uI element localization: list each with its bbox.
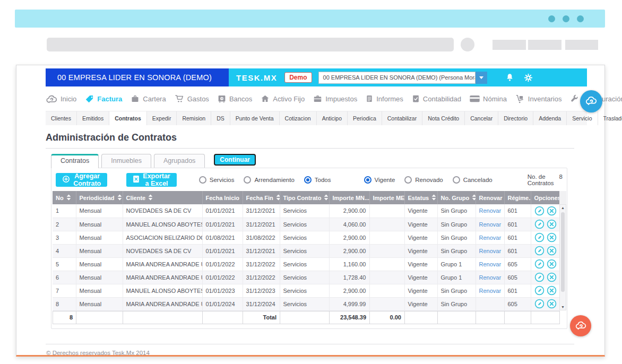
scroll-up-icon[interactable]: ▲	[561, 206, 565, 210]
tab-contratos[interactable]: Contratos	[51, 154, 99, 168]
delete-icon[interactable]	[547, 285, 557, 296]
gear-icon[interactable]	[524, 73, 533, 82]
renovar-link[interactable]: Renovar	[479, 235, 502, 241]
edit-icon[interactable]	[534, 272, 545, 282]
nav-item-impuestos[interactable]: Impuestos	[313, 94, 357, 103]
delete-icon[interactable]	[547, 232, 557, 242]
delete-icon[interactable]	[547, 272, 557, 282]
cell-periodicidad: Mensual	[76, 231, 123, 244]
subnav-item-expedir[interactable]: Expedir	[147, 111, 177, 125]
column-header-no[interactable]: No	[53, 191, 76, 204]
cell-tipo-contrato: Servicios	[280, 284, 329, 297]
chat-float-button-bottom[interactable]	[570, 315, 591, 336]
entity-selector[interactable]: 00 EMPRESA LIDER EN SONORA (DEMO) (Perso…	[318, 72, 487, 84]
column-header-cliente[interactable]: Cliente	[123, 191, 202, 204]
subnav-item-traslado[interactable]: Traslado	[598, 111, 622, 125]
window-control-dot[interactable]	[577, 15, 584, 22]
column-header-periodicidad[interactable]: Periodicidad	[76, 191, 123, 204]
radio-todos[interactable]: Todos	[304, 176, 331, 184]
nav-item-informes[interactable]: Informes	[365, 94, 403, 103]
scroll-down-icon[interactable]: ▼	[561, 305, 565, 309]
subnav-item-anticipo[interactable]: Anticipo	[317, 111, 348, 125]
nav-item-n-mina[interactable]: Nómina	[469, 94, 507, 103]
home-icon	[260, 94, 270, 103]
edit-icon[interactable]	[534, 299, 545, 309]
sort-icon	[148, 194, 153, 202]
bell-icon[interactable]	[505, 73, 514, 82]
radio-arrendamiento[interactable]: Arrendamiento	[244, 176, 294, 184]
edit-icon[interactable]	[534, 206, 545, 216]
subnav-item-contratos[interactable]: Contratos	[109, 111, 147, 125]
subnav-item-punto-de-venta[interactable]: Punto de Venta	[230, 111, 280, 125]
edit-icon[interactable]	[534, 232, 545, 242]
subnav-item-contabilizar[interactable]: Contabilizar	[382, 111, 422, 125]
export-excel-button[interactable]: Exportar a Excel	[126, 173, 176, 187]
edit-icon[interactable]	[534, 219, 545, 229]
cell-renovar: Renovar	[476, 284, 504, 297]
subnav-item-cotizacion[interactable]: Cotizacion	[280, 111, 317, 125]
subnav-item-cancelar[interactable]: Cancelar	[465, 111, 498, 125]
renovar-link[interactable]: Renovar	[479, 221, 502, 228]
chat-float-button-top[interactable]	[580, 90, 602, 112]
entity-selector-arrow-button[interactable]	[476, 72, 487, 84]
empty-cell	[405, 311, 438, 324]
nav-item-inventarios[interactable]: Inventarios	[515, 94, 562, 104]
delete-icon[interactable]	[547, 259, 557, 269]
subnav-item-directorio[interactable]: Directorio	[498, 111, 533, 125]
radio-servicios[interactable]: Servicios	[199, 176, 235, 184]
edit-icon[interactable]	[534, 246, 545, 256]
add-contract-button[interactable]: Agregar Contrato	[56, 173, 107, 187]
radio-cancelado[interactable]: Cancelado	[453, 176, 493, 184]
column-header-importe-me[interactable]: Importe ME	[369, 191, 404, 204]
radio-renovado[interactable]: Renovado	[404, 176, 443, 184]
cell-opciones	[531, 231, 559, 244]
delete-icon[interactable]	[547, 246, 557, 256]
subnav-item-periodica[interactable]: Periodica	[348, 111, 382, 125]
tab-agrupados[interactable]: Agrupados	[154, 154, 205, 168]
renovar-link[interactable]: Renovar	[479, 288, 502, 294]
nav-item-cartera[interactable]: Cartera	[130, 94, 166, 103]
subnav-item-clientes[interactable]: Clientes	[46, 111, 77, 125]
vertical-scrollbar[interactable]: ▲ ▼	[559, 204, 566, 310]
window-control-dot[interactable]	[548, 15, 555, 22]
edit-icon[interactable]	[534, 285, 545, 296]
nav-item-bancos[interactable]: 10Bancos	[217, 94, 252, 103]
renovar-link[interactable]: Renovar	[479, 248, 502, 254]
cell-fecha-inicio: 01/01/2021	[202, 204, 243, 218]
column-label: Fecha Fin	[246, 195, 273, 201]
subnav-item-addenda[interactable]: Addenda	[533, 111, 567, 125]
nav-item-label: Contabilidad	[423, 95, 461, 103]
column-header-estatus[interactable]: Estatus	[404, 191, 437, 204]
radio-vigente[interactable]: Vigente	[364, 176, 395, 184]
delete-icon[interactable]	[547, 299, 557, 309]
continue-button[interactable]: Continuar	[214, 154, 256, 166]
delete-icon[interactable]	[547, 206, 557, 216]
renovar-link[interactable]: Renovar	[479, 261, 502, 267]
subnav-item-nota-cr-dito[interactable]: Nota Crédito	[422, 111, 465, 125]
column-header-fecha-fin[interactable]: Fecha Fin	[243, 191, 280, 204]
column-header-no-grupo[interactable]: No. Grupo	[437, 191, 476, 204]
window-control-dot[interactable]	[563, 15, 569, 22]
safe-icon: 10	[217, 94, 227, 103]
edit-icon[interactable]	[534, 259, 545, 269]
renovar-link[interactable]: Renovar	[479, 274, 502, 281]
nav-item-inicio[interactable]: Inicio	[46, 94, 76, 104]
subnav-item-ds[interactable]: DS	[211, 111, 230, 125]
nav-item-factura[interactable]: Factura	[84, 94, 122, 104]
radio-circle	[244, 176, 251, 184]
column-header-tipo-contrato[interactable]: Tipo Contrato	[280, 191, 329, 204]
nav-item-contabilidad[interactable]: Contabilidad	[411, 94, 461, 103]
subnav-item-servicio[interactable]: Servicio	[567, 111, 598, 125]
address-bar[interactable]	[47, 38, 454, 51]
renovar-link[interactable]: Renovar	[479, 207, 502, 214]
scrollbar-thumb[interactable]	[561, 212, 565, 292]
nav-item-label: Nómina	[483, 95, 507, 103]
subnav-item-emitidos[interactable]: Emitidos	[77, 111, 109, 125]
cell-cliente: NOVEDADES SA DE CV	[123, 204, 202, 218]
tab-inmuebles[interactable]: Inmuebles	[101, 154, 151, 168]
subnav-item-remision[interactable]: Remision	[177, 111, 211, 125]
column-header-fecha-inicio[interactable]: Fecha Inicio	[202, 191, 243, 204]
nav-item-gastos[interactable]: Gastos	[174, 94, 209, 103]
delete-icon[interactable]	[547, 219, 557, 229]
nav-item-activo-fijo[interactable]: Activo Fijo	[260, 94, 305, 103]
